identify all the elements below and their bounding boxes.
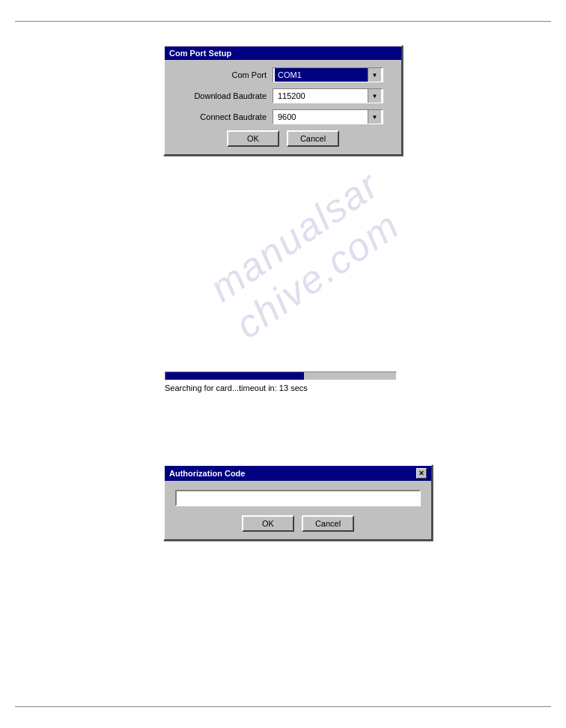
progress-text: Searching for card...timeout in: 13 secs bbox=[165, 383, 397, 392]
com-port-dialog: Com Port Setup Com Port COM1 ▼ Download … bbox=[163, 45, 403, 156]
com-port-dialog-body: Com Port COM1 ▼ Download Baudrate 115200… bbox=[165, 60, 401, 154]
progress-bar-inner bbox=[165, 372, 304, 380]
com-port-select-value: COM1 bbox=[275, 68, 368, 82]
com-port-dropdown-arrow[interactable]: ▼ bbox=[368, 68, 381, 82]
bottom-rule bbox=[15, 706, 551, 707]
watermark: manualsarchive.com bbox=[201, 162, 413, 348]
auth-cancel-button[interactable]: Cancel bbox=[302, 515, 354, 532]
download-baudrate-row: Download Baudrate 115200 ▼ bbox=[175, 88, 391, 103]
download-baudrate-arrow[interactable]: ▼ bbox=[368, 89, 381, 103]
auth-dialog-titlebar: Authorization Code ✕ bbox=[165, 466, 431, 481]
com-port-dialog-titlebar: Com Port Setup bbox=[165, 46, 401, 60]
com-port-ok-button[interactable]: OK bbox=[227, 130, 279, 147]
progress-area: Searching for card...timeout in: 13 secs bbox=[165, 371, 397, 392]
auth-dialog-body: OK Cancel bbox=[165, 481, 431, 539]
com-port-label: Com Port bbox=[175, 70, 273, 79]
com-port-cancel-button[interactable]: Cancel bbox=[287, 130, 339, 147]
download-baudrate-select[interactable]: 115200 ▼ bbox=[273, 88, 383, 103]
auth-code-input[interactable] bbox=[175, 490, 421, 506]
connect-baudrate-value: 9600 bbox=[275, 110, 368, 124]
com-port-dialog-title: Com Port Setup bbox=[169, 49, 231, 58]
connect-baudrate-row: Connect Baudrate 9600 ▼ bbox=[175, 109, 391, 124]
auth-dialog-title: Authorization Code bbox=[169, 469, 245, 478]
auth-dialog: Authorization Code ✕ OK Cancel bbox=[163, 464, 433, 541]
com-port-row: Com Port COM1 ▼ bbox=[175, 67, 391, 82]
top-rule bbox=[15, 21, 551, 22]
connect-baudrate-arrow[interactable]: ▼ bbox=[368, 110, 381, 124]
download-baudrate-label: Download Baudrate bbox=[175, 91, 273, 100]
auth-ok-button[interactable]: OK bbox=[242, 515, 294, 532]
connect-baudrate-select[interactable]: 9600 ▼ bbox=[273, 109, 383, 124]
auth-btn-row: OK Cancel bbox=[175, 515, 421, 532]
com-port-select[interactable]: COM1 ▼ bbox=[273, 67, 383, 82]
connect-baudrate-label: Connect Baudrate bbox=[175, 112, 273, 121]
auth-dialog-close-button[interactable]: ✕ bbox=[416, 468, 427, 479]
download-baudrate-value: 115200 bbox=[275, 89, 368, 103]
progress-bar-outer bbox=[165, 371, 397, 380]
com-port-btn-row: OK Cancel bbox=[175, 130, 391, 147]
